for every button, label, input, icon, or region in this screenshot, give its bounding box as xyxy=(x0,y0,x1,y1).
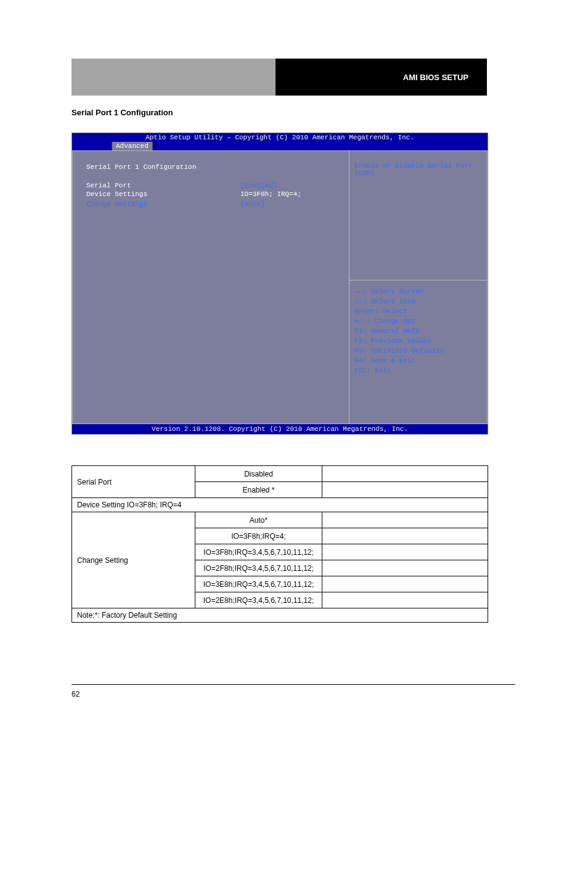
page-number: 62 xyxy=(71,690,588,698)
cell-desc xyxy=(322,544,488,560)
cell-desc xyxy=(322,466,488,482)
header-right: AMI BIOS SETUP xyxy=(276,59,487,96)
bios-help: Enable or Disable Serial Port (COM) xyxy=(349,151,487,280)
bios-row-change-settings[interactable]: Change Settings [Auto] xyxy=(86,200,338,208)
footer-rule xyxy=(71,684,515,685)
bios-side-panel: Enable or Disable Serial Port (COM) →←: … xyxy=(349,150,488,424)
cell-label: Change Setting xyxy=(72,512,195,608)
bios-topbar: Aptio Setup Utility – Copyright (C) 2010… xyxy=(72,133,488,150)
table-row: Note:*: Factory Default Setting xyxy=(72,608,488,623)
cell-option: IO=2F8h;IRQ=3,4,5,6,7,10,11,12; xyxy=(195,560,322,576)
cell-desc xyxy=(322,576,488,592)
bios-help-line: Enable or Disable Serial Port xyxy=(354,162,482,170)
bios-nav-item: →←: Select Screen xyxy=(354,287,487,297)
settings-table: Serial Port Disabled Enabled * Device Se… xyxy=(71,465,488,623)
cell-span: Device Setting IO=3F8h; IRQ=4 xyxy=(72,498,488,512)
table-row: Serial Port Disabled xyxy=(72,466,488,482)
cell-option: IO=3E8h;IRQ=3,4,5,6,7,10,11,12; xyxy=(195,576,322,592)
bios-title: Aptio Setup Utility – Copyright (C) 2010… xyxy=(72,133,488,142)
bios-label: Change Settings xyxy=(86,200,240,208)
bios-help-line: (COM) xyxy=(354,170,482,177)
tab-advanced[interactable]: Advanced xyxy=(112,142,153,150)
table-row: Device Setting IO=3F8h; IRQ=4 xyxy=(72,498,488,512)
cell-desc xyxy=(322,512,488,528)
cell-option: IO=2E8h;IRQ=3,4,5,6,7,10,11,12; xyxy=(195,592,322,608)
cell-desc xyxy=(322,482,488,498)
section-title: Serial Port 1 Configuration xyxy=(71,108,588,117)
bios-footer: Version 2.10.1208. Copyright (C) 2010 Am… xyxy=(72,424,488,434)
cell-label: Serial Port xyxy=(72,466,195,498)
bios-nav-item: F1: General Help xyxy=(354,326,487,336)
bios-main-panel: Serial Port 1 Configuration Serial Port … xyxy=(72,150,349,424)
bios-nav-item: +/-: Change Opt. xyxy=(354,316,487,326)
bios-nav-list: →←: Select Screen ↑↓: Select Item Enter:… xyxy=(349,280,487,375)
header-left-blank xyxy=(71,59,276,96)
table-row: Change Setting Auto* xyxy=(72,512,488,528)
cell-caption: Note:*: Factory Default Setting xyxy=(72,608,488,623)
bios-row-device-settings: Device Settings IO=3F8h; IRQ=4; xyxy=(86,190,338,198)
cell-desc xyxy=(322,528,488,544)
bios-screenshot: Aptio Setup Utility – Copyright (C) 2010… xyxy=(71,133,488,435)
cell-option: IO=3F8h;IRQ=4; xyxy=(195,528,322,544)
header-right-text: AMI BIOS SETUP xyxy=(403,73,468,82)
bios-value: IO=3F8h; IRQ=4; xyxy=(240,190,338,198)
cell-desc xyxy=(322,560,488,576)
bios-row-serial-port[interactable]: Serial Port [Enabled] xyxy=(86,182,338,189)
cell-option: Disabled xyxy=(195,466,322,482)
cell-option: Auto* xyxy=(195,512,322,528)
bios-nav-item: F3: Optimized Defaults xyxy=(354,346,487,356)
header-strip: AMI BIOS SETUP xyxy=(71,59,487,96)
cell-option: Enabled * xyxy=(195,482,322,498)
bios-heading: Serial Port 1 Configuration xyxy=(86,163,338,171)
bios-label: Device Settings xyxy=(86,190,240,198)
bios-label: Serial Port xyxy=(86,182,240,189)
bios-body: Serial Port 1 Configuration Serial Port … xyxy=(72,150,488,424)
bios-nav-item: F4: Save & Exit xyxy=(354,356,487,366)
bios-nav-item: ↑↓: Select Item xyxy=(354,297,487,306)
bios-value: [Auto] xyxy=(240,200,338,208)
cell-option: IO=3F8h;IRQ=3,4,5,6,7,10,11,12; xyxy=(195,544,322,560)
bios-nav-item: Enter: Select xyxy=(354,306,487,316)
cell-desc xyxy=(322,592,488,608)
bios-nav-item: ESC: Exit xyxy=(354,366,487,375)
bios-nav-item: F2: Previous Values xyxy=(354,336,487,346)
bios-tab-row: Advanced xyxy=(72,142,488,150)
bios-value: [Enabled] xyxy=(240,182,338,189)
